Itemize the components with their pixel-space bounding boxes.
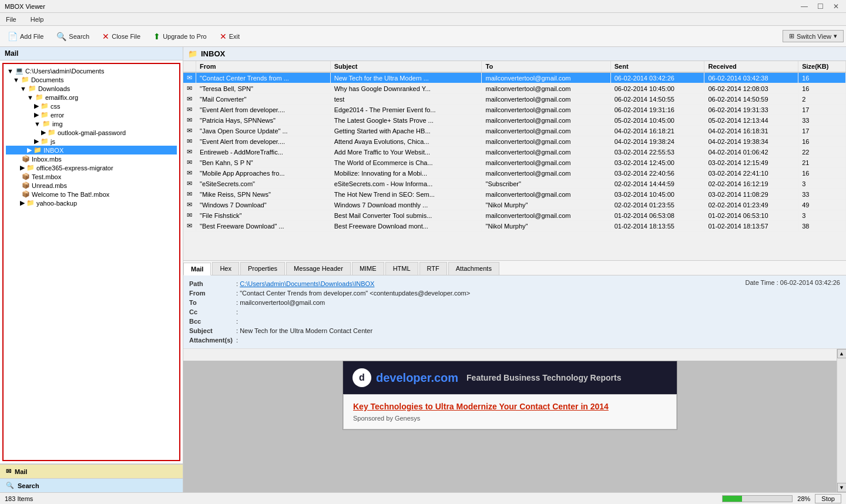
preview-scrollbar[interactable]: ▲ ▼ [837,349,846,492]
col-sent[interactable]: Sent [610,61,704,72]
tree-item[interactable]: 📦Welcome to The Bat!.mbox [6,190,177,199]
email-preview-content[interactable]: d developer.com Featured Business Techno… [183,349,837,492]
search-tab[interactable]: 🔍 Search [0,478,183,492]
table-row[interactable]: ✉ "Mike Reiss, SPN News" The Hot New Tre… [183,189,846,200]
tree-item[interactable]: ▶ 📁outlook-gmail-password [6,128,177,137]
tree-expand-icon: ▼ [27,94,33,101]
table-row[interactable]: ✉ "Mobile App Approaches fro... Mobilize… [183,168,846,179]
search-button[interactable]: 🔍 Search [51,29,95,43]
email-type-icon: ✉ [183,210,196,221]
tree-label: emailfix.org [45,94,78,101]
email-size: 49 [798,200,846,210]
tree-item[interactable]: ▶ 📁js [6,137,177,146]
table-row[interactable]: ✉ "Event Alert from developer.... Edge20… [183,105,846,115]
tab-message-header[interactable]: Message Header [286,262,351,275]
tab-html[interactable]: HTML [385,262,418,275]
email-to: mailconvertertool@gmail.com [482,147,610,157]
tree-item[interactable]: ▼ 📁Downloads [6,84,177,93]
email-from: "Mobile App Approaches fro... [196,168,331,179]
tree-type-icon: 📦 [22,190,30,198]
tree-item[interactable]: ▶ 📁INBOX [6,146,177,154]
col-from[interactable]: From [196,61,331,72]
add-file-button[interactable]: 📄 Add File [2,29,49,43]
tree-item[interactable]: ▼ 📁Documents [6,75,177,84]
table-row[interactable]: ✉ "Mail Converter" test mailconvertertoo… [183,94,846,105]
table-row[interactable]: ✉ "Windows 7 Download" Windows 7 Downloa… [183,200,846,210]
tree-item[interactable]: ▼ 📁img [6,119,177,128]
tree-item[interactable]: 📦Unread.mbs [6,181,177,190]
tab-properties[interactable]: Properties [240,262,285,275]
tab-rtf[interactable]: RTF [419,262,447,275]
email-from: "Best Freeware Download" ... [196,221,331,231]
tab-mime[interactable]: MIME [352,262,384,275]
tree-item[interactable]: 📦Test.mbox [6,172,177,181]
email-type-icon: ✉ [183,94,196,105]
close-file-label: Close File [112,33,140,40]
tree-item[interactable]: ▶ 📁css [6,102,177,110]
mail-tab-label: Mail [15,468,27,475]
email-type-icon: ✉ [183,189,196,200]
tree-item[interactable]: ▶ 📁error [6,110,177,119]
tree-item[interactable]: 📦Inbox.mbs [6,154,177,163]
table-row[interactable]: ✉ "Java Open Source Update" ... Getting … [183,126,846,136]
email-received: 06-02-2014 03:42:38 [704,72,798,83]
col-received[interactable]: Received [704,61,798,72]
table-row[interactable]: ✉ Entireweb - AddMoreTraffic... Add More… [183,147,846,157]
mail-tab[interactable]: ✉ Mail [0,464,183,478]
table-row[interactable]: ✉ "Patricia Hays, SPNNews" The Latest Go… [183,115,846,126]
menu-help[interactable]: Help [27,15,48,24]
table-row[interactable]: ✉ "Ben Kahn, S P N" The World of Ecommer… [183,157,846,168]
tree-item[interactable]: ▼ 📁emailfix.org [6,93,177,102]
add-file-icon: 📄 [8,32,18,41]
table-row[interactable]: ✉ "Event Alert from developer.... Attend… [183,136,846,147]
table-row[interactable]: ✉ "Teresa Bell, SPN" Why has Google Down… [183,83,846,94]
email-sent: 04-02-2014 16:18:21 [610,126,704,136]
folder-tree[interactable]: ▼ 💻C:\Users\admin\Documents▼ 📁Documents▼… [2,63,180,461]
table-row[interactable]: ✉ "eSiteSecrets.com" eSiteSecrets.com - … [183,179,846,189]
close-button[interactable]: ✕ [831,2,841,11]
menubar: File Help [0,13,846,26]
table-row[interactable]: ✉ "File Fishstick" Best Mail Converter T… [183,210,846,221]
email-list[interactable]: From Subject To Sent Received Size(KB) ✉… [183,61,846,261]
col-subject[interactable]: Subject [330,61,482,72]
switch-view-button[interactable]: ⊞ Switch View ▾ [783,30,844,42]
email-subject-link[interactable]: Key Technologies to Ultra Modernize Your… [353,402,667,411]
tree-item[interactable]: ▼ 💻C:\Users\admin\Documents [6,66,177,75]
email-to: mailconvertertool@gmail.com [482,105,610,115]
email-to: mailconvertertool@gmail.com [482,94,610,105]
table-row[interactable]: ✉ "Best Freeware Download" ... Best Free… [183,221,846,231]
email-type-icon: ✉ [183,136,196,147]
email-subject: Windows 7 Download monthly ... [330,200,482,210]
col-size[interactable]: Size(KB) [798,61,846,72]
scroll-up-button[interactable]: ▲ [837,349,847,358]
tree-item[interactable]: ▶ 📁yahoo-backup [6,199,177,207]
email-size: 3 [798,210,846,221]
table-row[interactable]: ✉ "Contact Center Trends from ... New Te… [183,72,846,83]
stop-button[interactable]: Stop [815,494,841,503]
tab-attachments[interactable]: Attachments [448,262,499,275]
email-size: 17 [798,105,846,115]
scroll-down-button[interactable]: ▼ [837,483,847,492]
maximize-button[interactable]: ☐ [815,2,826,11]
upgrade-button[interactable]: ⬆ Upgrade to Pro [148,29,212,43]
to-value: : mailconvertertool@gmail.com [236,299,325,306]
minimize-button[interactable]: — [798,2,810,11]
col-to[interactable]: To [482,61,610,72]
close-file-button[interactable]: ✕ Close File [97,29,146,43]
email-type-icon: ✉ [183,115,196,126]
email-size: 16 [798,168,846,179]
exit-label: Exit [229,33,240,40]
email-sent: 03-02-2014 22:55:53 [610,147,704,157]
menu-file[interactable]: File [2,15,20,24]
tab-hex[interactable]: Hex [212,262,239,275]
subject-row: Subject : New Tech for the Ultra Modern … [189,326,746,335]
email-to: mailconvertertool@gmail.com [482,189,610,200]
tree-label: Welcome to The Bat!.mbox [32,191,109,198]
email-from: "Event Alert from developer.... [196,105,331,115]
tree-expand-icon: ▼ [13,76,19,83]
tree-item[interactable]: ▶ 📁office365-express-migrator [6,163,177,172]
email-type-icon: ✉ [183,83,196,94]
exit-button[interactable]: ✕ Exit [214,29,245,43]
tab-mail[interactable]: Mail [183,263,211,275]
path-value[interactable]: C:\Users\admin\Documents\Downloads\INBOX [240,280,374,287]
